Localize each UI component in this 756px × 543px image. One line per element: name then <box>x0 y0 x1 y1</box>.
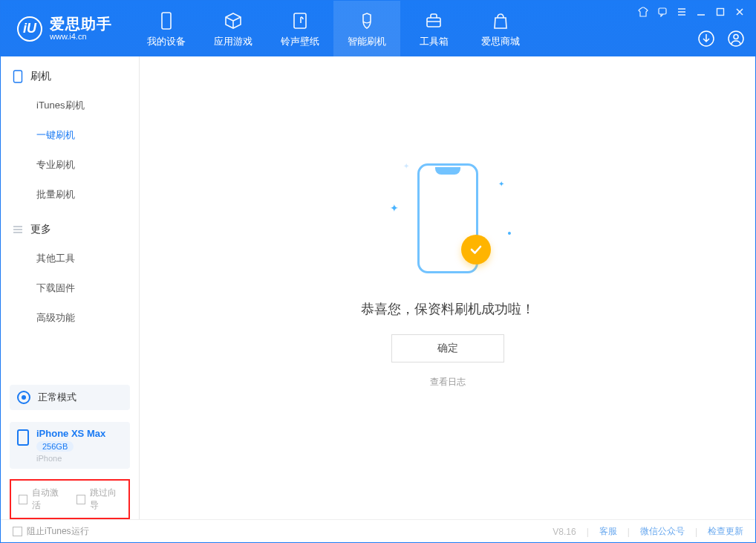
nav-label: 工具箱 <box>420 35 449 48</box>
sidebar-item-batch-flash[interactable]: 批量刷机 <box>36 180 139 209</box>
nav-label: 应用游戏 <box>214 35 252 48</box>
nav-label: 爱思商城 <box>481 35 520 48</box>
minimize-icon[interactable] <box>696 7 706 17</box>
status-bar: 阻止iTunes运行 V8.16 | 客服 | 微信公众号 | 检查更新 <box>1 519 755 543</box>
menu-icon[interactable] <box>677 7 687 17</box>
nav-shop[interactable]: 爱思商城 <box>467 1 534 56</box>
svg-rect-3 <box>659 8 666 14</box>
checkbox-auto-activate[interactable]: 自动激活 <box>19 487 63 512</box>
window-controls <box>638 7 745 17</box>
sidebar-item-download-firmware[interactable]: 下载固件 <box>36 273 139 303</box>
version-label: V8.16 <box>553 527 576 537</box>
menu-icon <box>13 224 23 235</box>
device-card[interactable]: iPhone XS Max 256GB iPhone <box>10 422 130 469</box>
nav-label: 智能刷机 <box>348 35 386 48</box>
app-logo: iU 爱思助手 www.i4.cn <box>1 1 126 56</box>
link-wechat[interactable]: 微信公众号 <box>640 525 685 538</box>
mode-label: 正常模式 <box>38 391 76 404</box>
skin-icon[interactable] <box>638 7 648 17</box>
mode-icon <box>17 391 30 404</box>
device-capacity-badge: 256GB <box>36 441 74 452</box>
sidebar-item-itunes-flash[interactable]: iTunes刷机 <box>36 91 139 120</box>
device-icon <box>157 11 175 30</box>
app-name: 爱思助手 <box>50 16 112 32</box>
checkbox-block-itunes[interactable]: 阻止iTunes运行 <box>13 525 89 538</box>
sparkle-icon: • <box>508 227 512 239</box>
user-account-icon[interactable] <box>727 30 745 48</box>
flash-icon <box>357 11 377 30</box>
sidebar-item-oneclick-flash[interactable]: 一键刷机 <box>36 120 139 150</box>
sparkle-icon: ✦ <box>390 202 399 214</box>
content-area: ✦ ✦ • ✦ 恭喜您，保资料刷机成功啦！ 确定 查看日志 <box>140 56 755 519</box>
flash-options-box: 自动激活 跳过向导 <box>10 479 130 519</box>
option-label: 自动激活 <box>32 487 63 512</box>
nav-ringtones[interactable]: 铃声壁纸 <box>267 1 333 56</box>
checkmark-badge-icon <box>461 235 491 264</box>
svg-point-7 <box>734 35 738 39</box>
download-icon[interactable] <box>697 30 715 48</box>
view-log-link[interactable]: 查看日志 <box>430 376 466 388</box>
success-message: 恭喜您，保资料刷机成功啦！ <box>361 300 535 318</box>
title-bar: iU 爱思助手 www.i4.cn 我的设备 应用游戏 铃声壁纸 智能刷机 工具… <box>1 1 755 56</box>
top-nav: 我的设备 应用游戏 铃声壁纸 智能刷机 工具箱 爱思商城 <box>133 1 534 56</box>
section-title: 刷机 <box>30 70 51 83</box>
device-mode-card[interactable]: 正常模式 <box>10 385 130 410</box>
sparkle-icon: ✦ <box>498 180 504 188</box>
app-url: www.i4.cn <box>50 32 112 41</box>
nav-my-device[interactable]: 我的设备 <box>133 1 200 56</box>
nav-smart-flash[interactable]: 智能刷机 <box>333 1 400 56</box>
sidebar-item-other-tools[interactable]: 其他工具 <box>36 244 139 273</box>
sidebar-item-pro-flash[interactable]: 专业刷机 <box>36 150 139 180</box>
close-icon[interactable] <box>734 7 745 17</box>
checkbox-icon <box>19 495 27 504</box>
svg-rect-1 <box>294 13 306 28</box>
nav-label: 铃声壁纸 <box>281 35 319 48</box>
nav-label: 我的设备 <box>147 35 186 48</box>
sidebar-item-advanced[interactable]: 高级功能 <box>36 303 139 333</box>
sidebar-section-more: 更多 <box>1 209 139 244</box>
svg-rect-2 <box>427 18 440 27</box>
section-title: 更多 <box>30 223 51 236</box>
nav-apps-games[interactable]: 应用游戏 <box>200 1 267 56</box>
confirm-button[interactable]: 确定 <box>391 334 504 362</box>
sidebar-section-flash: 刷机 <box>1 56 139 91</box>
svg-rect-0 <box>162 13 171 29</box>
phone-icon <box>17 429 29 446</box>
toolbox-icon <box>424 11 443 30</box>
maximize-icon[interactable] <box>715 7 726 17</box>
svg-rect-8 <box>14 71 22 82</box>
logo-icon: iU <box>17 16 42 42</box>
checkbox-icon <box>76 495 85 504</box>
sparkle-icon: ✦ <box>403 162 409 170</box>
phone-icon <box>13 70 23 83</box>
cube-icon <box>224 11 243 30</box>
nav-toolbox[interactable]: 工具箱 <box>400 1 467 56</box>
shop-bag-icon <box>492 11 509 30</box>
device-type: iPhone <box>36 454 105 463</box>
link-check-update[interactable]: 检查更新 <box>708 525 743 538</box>
success-illustration: ✦ ✦ • ✦ <box>381 157 515 284</box>
feedback-icon[interactable] <box>657 7 668 17</box>
music-file-icon <box>291 11 309 30</box>
svg-rect-4 <box>717 9 724 16</box>
option-label: 跳过向导 <box>90 487 121 512</box>
checkbox-icon <box>13 527 22 536</box>
option-label: 阻止iTunes运行 <box>27 525 89 538</box>
sidebar: 刷机 iTunes刷机 一键刷机 专业刷机 批量刷机 更多 其他工具 下载固件 … <box>1 56 140 519</box>
link-customer-service[interactable]: 客服 <box>599 525 617 538</box>
checkbox-skip-guide[interactable]: 跳过向导 <box>76 487 121 512</box>
device-name: iPhone XS Max <box>36 428 105 439</box>
